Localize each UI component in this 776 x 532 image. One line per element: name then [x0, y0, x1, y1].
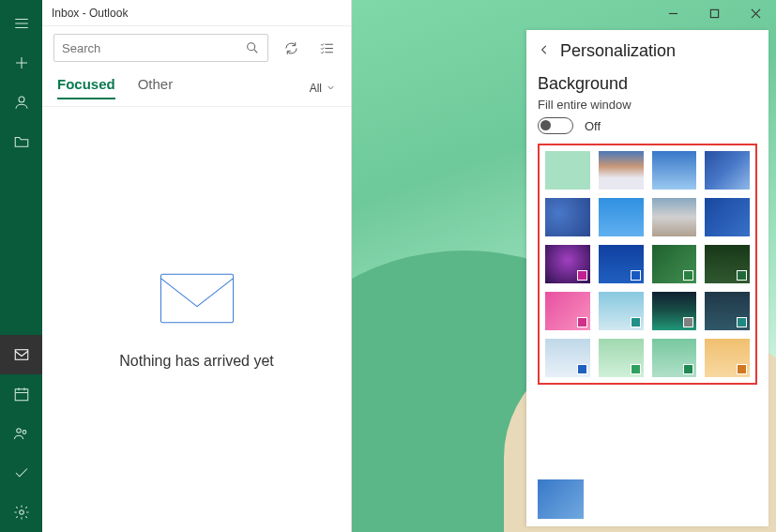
chevron-down-icon [326, 83, 336, 93]
filter-label: All [310, 82, 322, 95]
window-title-text: Inbox - Outlook [52, 7, 128, 20]
toggle-state-label: Off [585, 119, 601, 133]
background-thumbnail[interactable] [652, 292, 697, 330]
accent-swatch [631, 317, 641, 327]
mail-button[interactable] [0, 335, 42, 374]
background-thumbnail[interactable] [652, 339, 697, 377]
background-gallery-extra [538, 479, 757, 519]
background-gallery-highlight [538, 144, 757, 385]
svg-rect-7 [160, 274, 233, 322]
background-thumbnail[interactable] [705, 339, 750, 377]
new-mail-button[interactable] [0, 43, 42, 83]
accent-swatch [577, 270, 587, 281]
accent-swatch [683, 364, 693, 374]
background-section-title: Background [538, 74, 757, 94]
close-icon [751, 8, 761, 19]
background-thumbnail[interactable] [599, 151, 644, 190]
accent-swatch [737, 317, 747, 327]
accent-swatch [737, 270, 747, 281]
maximize-icon [709, 8, 720, 19]
search-input[interactable] [62, 41, 245, 55]
background-thumbnail[interactable] [652, 151, 697, 190]
settings-button[interactable] [0, 493, 42, 532]
background-thumbnail[interactable] [652, 245, 697, 283]
sync-button[interactable] [278, 35, 304, 61]
accent-swatch [577, 364, 587, 374]
chevron-left-icon [538, 43, 551, 56]
inbox-column: Inbox - Outlook Focused Other All [42, 0, 352, 532]
refresh-icon [283, 40, 299, 56]
svg-rect-2 [15, 389, 28, 401]
select-mode-button[interactable] [313, 35, 340, 61]
fill-window-toggle-row: Off [538, 117, 757, 134]
accent-swatch [683, 270, 693, 281]
accent-swatch [737, 364, 747, 374]
folder-icon [13, 133, 30, 150]
folders-button[interactable] [0, 122, 42, 161]
accent-swatch [631, 270, 641, 281]
background-thumbnail[interactable] [545, 245, 590, 283]
background-thumbnail[interactable] [705, 245, 750, 283]
envelope-icon [157, 270, 237, 327]
close-button[interactable] [735, 0, 776, 26]
svg-rect-8 [710, 9, 718, 17]
search-icon [245, 40, 260, 55]
background-thumbnail[interactable] [705, 198, 750, 236]
svg-point-3 [16, 429, 21, 433]
plus-icon [13, 54, 30, 71]
calendar-button[interactable] [0, 374, 42, 414]
app-root: Inbox - Outlook Focused Other All [0, 0, 776, 532]
menu-button[interactable] [0, 4, 42, 43]
svg-point-0 [19, 97, 24, 102]
svg-point-6 [248, 43, 255, 51]
tab-other[interactable]: Other [138, 76, 174, 99]
window-title: Inbox - Outlook [42, 0, 351, 26]
background-thumbnail[interactable] [599, 198, 644, 236]
gear-icon [13, 504, 30, 521]
search-box[interactable] [53, 34, 268, 62]
check-icon [13, 464, 30, 481]
person-icon [13, 94, 30, 111]
accent-swatch [577, 317, 587, 327]
svg-point-4 [23, 431, 26, 434]
minimize-button[interactable] [652, 0, 693, 26]
todo-button[interactable] [0, 453, 42, 493]
accent-swatch [683, 317, 693, 327]
background-thumbnail[interactable] [545, 198, 590, 236]
people-button[interactable] [0, 414, 42, 453]
hamburger-icon [13, 15, 30, 32]
background-thumbnail[interactable] [705, 292, 750, 330]
background-thumbnail[interactable] [599, 245, 644, 283]
calendar-icon [13, 386, 30, 403]
window-controls [652, 0, 776, 26]
background-thumbnail[interactable] [538, 479, 584, 519]
back-button[interactable] [538, 43, 551, 60]
nav-rail [0, 0, 42, 532]
tab-focused[interactable]: Focused [57, 76, 115, 99]
background-thumbnail[interactable] [599, 339, 644, 377]
empty-state: Nothing has arrived yet [42, 107, 351, 532]
panel-header: Personalization [538, 41, 757, 61]
multiselect-icon [319, 40, 335, 56]
fill-window-label: Fill entire window [538, 98, 757, 112]
svg-point-5 [19, 510, 23, 515]
minimize-icon [668, 8, 678, 19]
filter-dropdown[interactable]: All [310, 82, 336, 95]
inbox-toolbar [42, 26, 351, 69]
fill-window-toggle[interactable] [538, 117, 573, 134]
background-thumbnail[interactable] [545, 292, 590, 330]
background-thumbnail[interactable] [545, 151, 590, 190]
empty-message: Nothing has arrived yet [119, 353, 274, 370]
background-thumbnail[interactable] [545, 339, 590, 377]
svg-rect-1 [15, 350, 28, 360]
panel-title: Personalization [560, 41, 676, 61]
background-thumbnail[interactable] [599, 292, 644, 330]
people-icon [13, 425, 30, 442]
background-thumbnail[interactable] [652, 198, 697, 236]
maximize-button[interactable] [693, 0, 735, 26]
mail-icon [13, 346, 30, 363]
accounts-button[interactable] [0, 83, 42, 122]
accent-swatch [631, 364, 641, 374]
background-thumbnail[interactable] [705, 151, 750, 190]
background-gallery [545, 151, 750, 377]
